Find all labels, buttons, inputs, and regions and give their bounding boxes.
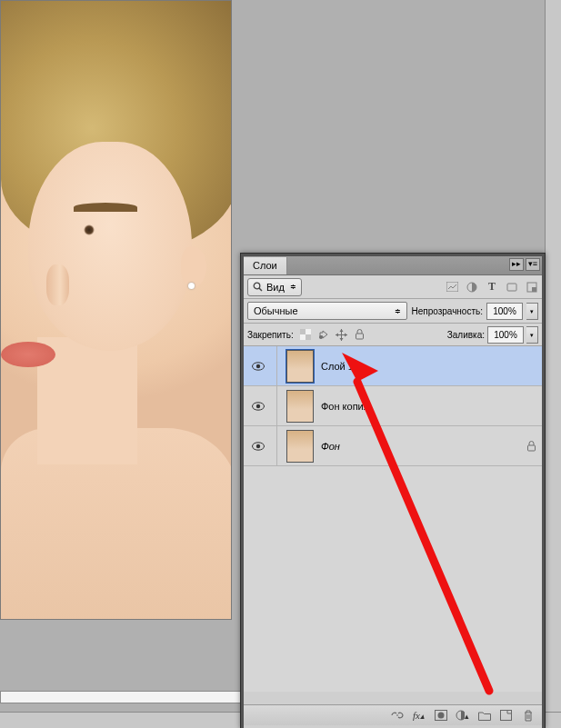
panel-tab-bar: Слои ▸▸ ▾≡ (244, 256, 542, 275)
svg-rect-19 (528, 445, 536, 451)
svg-rect-23 (501, 711, 512, 721)
opacity-input[interactable]: 100% (486, 303, 523, 320)
svg-point-11 (319, 335, 323, 339)
layer-row[interactable]: Фон (244, 426, 542, 466)
visibility-toggle-icon[interactable] (252, 402, 265, 411)
svg-rect-4 (507, 284, 516, 291)
svg-rect-6 (532, 287, 536, 292)
layer-kind-label: Вид (266, 282, 285, 293)
lock-transparent-icon[interactable] (299, 328, 312, 341)
filter-shape-icon[interactable] (506, 281, 518, 294)
filter-adjustment-icon[interactable] (466, 281, 478, 294)
svg-rect-10 (300, 334, 306, 340)
svg-rect-7 (300, 329, 306, 334)
lock-fill-row: Закрепить: Заливка: 100% ▾ (244, 324, 542, 346)
filter-pixel-icon[interactable] (446, 281, 458, 294)
layer-thumbnail[interactable] (286, 350, 314, 383)
svg-rect-8 (306, 334, 311, 340)
tab-layers[interactable]: Слои (244, 257, 287, 274)
filter-type-icon[interactable]: T (486, 281, 498, 294)
fill-flyout[interactable]: ▾ (526, 326, 538, 344)
lock-icon (526, 441, 536, 452)
layers-panel: Слои ▸▸ ▾≡ Вид ≑ T (240, 253, 546, 728)
fill-input[interactable]: 100% (487, 326, 524, 344)
layer-name[interactable]: Фон (321, 441, 340, 452)
search-icon (253, 282, 263, 292)
visibility-toggle-icon[interactable] (252, 442, 265, 451)
opacity-flyout[interactable]: ▾ (526, 303, 538, 320)
tab-layers-label: Слои (253, 260, 277, 271)
svg-rect-2 (446, 282, 458, 292)
lock-label: Закрепить: (247, 330, 294, 340)
filter-smartobject-icon[interactable] (526, 281, 538, 294)
canvas-image (1, 1, 231, 619)
visibility-toggle-icon[interactable] (252, 362, 265, 371)
new-group-icon[interactable] (477, 709, 491, 723)
blend-mode-dropdown[interactable]: Обычные ≑ (247, 302, 407, 320)
svg-point-14 (256, 364, 260, 367)
lock-all-icon[interactable] (354, 328, 366, 341)
layer-filter-row: Вид ≑ T (244, 275, 542, 299)
filter-icons: T (446, 281, 538, 294)
lock-image-icon[interactable] (317, 328, 330, 341)
chevron-updown-icon: ≑ (395, 307, 401, 315)
layer-row[interactable]: Слой 1 (244, 346, 542, 386)
panel-collapse-icon[interactable]: ▸▸ (509, 258, 524, 271)
layer-thumbnail[interactable] (286, 430, 314, 463)
panel-menu-icon[interactable]: ▾≡ (526, 258, 540, 271)
layer-mask-icon[interactable] (434, 709, 447, 723)
layers-list: Слой 1Фон копияФон (244, 346, 542, 692)
new-layer-icon[interactable] (499, 709, 513, 723)
workspace: Слои ▸▸ ▾≡ Вид ≑ T (0, 0, 561, 728)
layer-name[interactable]: Слой 1 (321, 361, 354, 372)
blend-opacity-row: Обычные ≑ Непрозрачность: 100% ▾ (244, 299, 542, 324)
link-layers-icon[interactable] (390, 709, 404, 723)
lock-position-icon[interactable] (336, 328, 348, 341)
svg-rect-9 (306, 329, 311, 334)
svg-point-16 (256, 404, 260, 407)
new-adjustment-icon[interactable]: ▴ (456, 709, 469, 723)
layer-style-icon[interactable]: fx▴ (412, 709, 426, 723)
svg-line-1 (259, 288, 262, 291)
delete-layer-icon[interactable] (521, 709, 535, 723)
fill-label: Заливка: (447, 330, 485, 340)
chevron-updown-icon: ≑ (290, 283, 296, 291)
layer-thumbnail[interactable] (286, 390, 314, 423)
vertical-scrollbar[interactable] (545, 0, 561, 712)
opacity-label: Непрозрачность: (411, 306, 483, 316)
layer-name[interactable]: Фон копия (321, 401, 369, 412)
document-canvas[interactable] (0, 0, 232, 620)
svg-point-18 (256, 444, 260, 447)
svg-point-0 (254, 283, 260, 289)
svg-point-21 (437, 713, 444, 719)
layer-kind-dropdown[interactable]: Вид ≑ (247, 278, 302, 296)
blend-mode-value: Обычные (254, 305, 298, 316)
layers-panel-footer: fx▴ ▴ (244, 704, 542, 725)
svg-rect-12 (356, 334, 364, 339)
layer-row[interactable]: Фон копия (244, 386, 542, 426)
